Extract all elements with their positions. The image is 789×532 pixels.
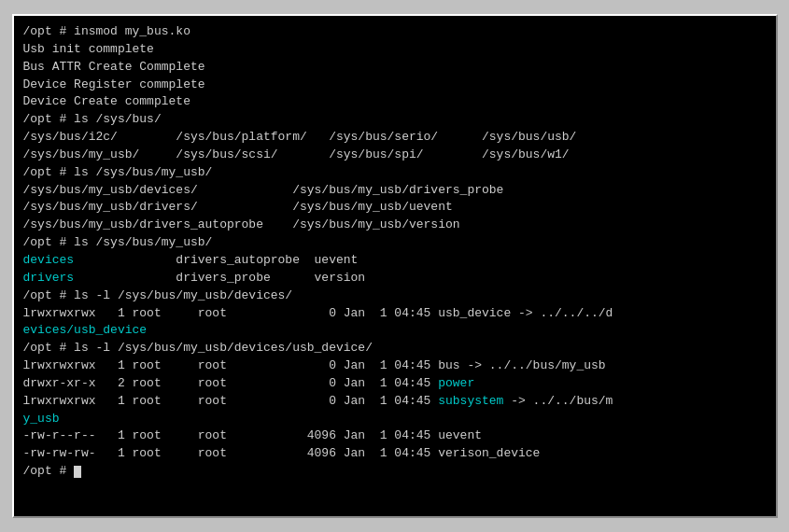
terminal-line: drwxr-xr-x 2 root root 0 Jan 1 04:45 pow… xyxy=(23,375,767,393)
terminal-line: devices drivers_autoprobe uevent xyxy=(23,252,767,270)
terminal-line: Bus ATTR Create Commplete xyxy=(23,59,767,77)
terminal-line: /opt # ls /sys/bus/my_usb/ xyxy=(23,164,767,182)
terminal-line: /opt # xyxy=(23,463,767,481)
terminal-line: Device Create commplete xyxy=(23,93,767,111)
terminal-line: -rw-r--r-- 1 root root 4096 Jan 1 04:45 … xyxy=(23,427,767,445)
terminal-window[interactable]: /opt # insmod my_bus.koUsb init commplet… xyxy=(12,14,778,518)
terminal-line: drivers drivers_probe version xyxy=(23,270,767,287)
terminal-line: Device Register commplete xyxy=(23,77,767,94)
terminal-line: /sys/bus/my_usb/devices/ /sys/bus/my_usb… xyxy=(23,182,767,200)
terminal-line: /opt # ls /sys/bus/ xyxy=(23,111,767,129)
terminal-line: /opt # ls /sys/bus/my_usb/ xyxy=(23,234,767,252)
terminal-line: /sys/bus/i2c/ /sys/bus/platform/ /sys/bu… xyxy=(23,129,767,147)
terminal-content: /opt # insmod my_bus.koUsb init commplet… xyxy=(23,23,767,481)
terminal-line: evices/usb_device xyxy=(23,322,767,340)
terminal-line: /opt # ls -l /sys/bus/my_usb/devices/ xyxy=(23,287,767,305)
terminal-line: /opt # insmod my_bus.ko xyxy=(23,23,767,41)
terminal-line: /sys/bus/my_usb/drivers_autoprobe /sys/b… xyxy=(23,217,767,234)
terminal-line: lrwxrwxrwx 1 root root 0 Jan 1 04:45 sub… xyxy=(23,393,767,411)
terminal-line: y_usb xyxy=(23,411,767,428)
terminal-line: lrwxrwxrwx 1 root root 0 Jan 1 04:45 bus… xyxy=(23,357,767,375)
terminal-line: Usb init commplete xyxy=(23,41,767,59)
terminal-line: /opt # ls -l /sys/bus/my_usb/devices/usb… xyxy=(23,340,767,357)
terminal-line: lrwxrwxrwx 1 root root 0 Jan 1 04:45 usb… xyxy=(23,305,767,323)
terminal-line: /sys/bus/my_usb/drivers/ /sys/bus/my_usb… xyxy=(23,199,767,217)
terminal-line: -rw-rw-rw- 1 root root 4096 Jan 1 04:45 … xyxy=(23,445,767,463)
cursor xyxy=(74,466,81,478)
terminal-line: /sys/bus/my_usb/ /sys/bus/scsi/ /sys/bus… xyxy=(23,147,767,164)
